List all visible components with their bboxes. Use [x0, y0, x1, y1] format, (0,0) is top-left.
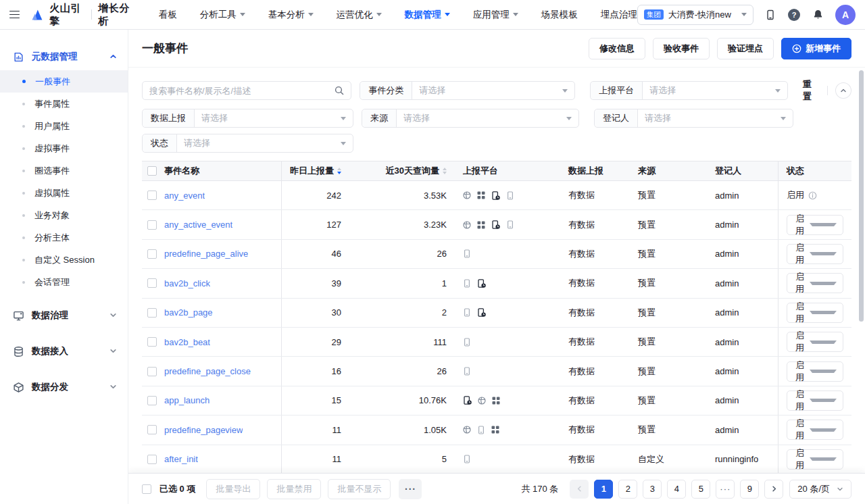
sidebar-item-custom-session[interactable]: 自定义 Session: [0, 249, 128, 271]
device-preview-icon[interactable]: [764, 9, 776, 21]
event-name-link[interactable]: any_active_event: [164, 220, 232, 230]
filter-report-platform[interactable]: 上报平台 请选择: [590, 81, 787, 100]
info-icon[interactable]: [808, 191, 817, 200]
pagination-page-1[interactable]: 1: [594, 480, 613, 499]
event-name-link[interactable]: bav2b_click: [164, 278, 210, 288]
pagination-ellipsis[interactable]: ···: [716, 480, 735, 499]
help-icon[interactable]: [788, 9, 800, 21]
add-event-button[interactable]: 新增事件: [781, 38, 851, 59]
page-size-select[interactable]: 20 条/页: [789, 480, 851, 499]
user-avatar[interactable]: A: [835, 5, 856, 25]
collapse-filters-button[interactable]: [835, 82, 851, 99]
column-header-label: 近30天查询量: [386, 165, 439, 177]
sidebar-group-header-data-governance[interactable]: 数据治理: [0, 302, 128, 329]
batch-hide-button[interactable]: 批量不显示: [328, 479, 391, 499]
modify-info-button[interactable]: 修改信息: [589, 38, 645, 59]
column-header-query30[interactable]: 近30天查询量: [349, 161, 456, 180]
pagination-page-3[interactable]: 3: [643, 480, 662, 499]
caret-down-icon: [810, 399, 837, 402]
event-name-link[interactable]: after_init: [164, 454, 198, 464]
nav-item-analysis-tools[interactable]: 分析工具: [200, 9, 245, 21]
data-report-cell: 有数据: [563, 269, 633, 297]
nav-item-data-management[interactable]: 数据管理: [405, 9, 450, 21]
status-select[interactable]: 启用: [787, 273, 843, 293]
event-name-link[interactable]: predefine_pageview: [164, 425, 243, 435]
search-input[interactable]: [149, 86, 335, 96]
notification-bell-icon[interactable]: [812, 9, 824, 21]
row-checkbox[interactable]: [147, 396, 157, 405]
pagination-prev-button[interactable]: [570, 480, 589, 499]
filter-event-category[interactable]: 事件分类 请选择: [360, 81, 575, 100]
menu-hamburger-icon[interactable]: [9, 11, 20, 19]
data-report-cell: 有数据: [563, 328, 633, 356]
status-select[interactable]: 启用: [787, 449, 843, 470]
status-select[interactable]: 启用: [787, 215, 843, 235]
mobile-platform-icon: [463, 308, 471, 317]
event-name-link[interactable]: app_launch: [164, 395, 209, 405]
status-select[interactable]: 启用: [787, 244, 843, 264]
sidebar-item-virtual-event[interactable]: 虚拟事件: [0, 137, 128, 159]
vertical-scrollbar-thumb[interactable]: [859, 70, 864, 322]
verify-tracking-button[interactable]: 验证埋点: [717, 38, 774, 59]
column-header-yesterday[interactable]: 昨日上报量: [282, 161, 349, 180]
nav-item-scene-template[interactable]: 场景模板: [541, 9, 578, 21]
filter-source[interactable]: 来源 请选择: [362, 109, 579, 128]
nav-item-app-management[interactable]: 应用管理: [473, 9, 518, 21]
status-select[interactable]: 启用: [787, 303, 843, 323]
event-name-link[interactable]: any_event: [164, 191, 205, 201]
pagination-next-button[interactable]: [764, 480, 783, 499]
row-checkbox[interactable]: [147, 191, 157, 200]
row-checkbox[interactable]: [147, 308, 157, 318]
event-name-link[interactable]: bav2b_page: [164, 307, 213, 318]
batch-disable-button[interactable]: 批量禁用: [267, 479, 321, 499]
filter-registrant[interactable]: 登记人 请选择: [594, 109, 793, 128]
bullet-icon: [22, 125, 25, 128]
nav-item-tracking-governance[interactable]: 埋点治理: [601, 9, 637, 21]
status-select[interactable]: 启用: [787, 390, 843, 411]
filter-data-report[interactable]: 数据上报 请选择: [142, 109, 353, 128]
chevron-down-icon: [109, 382, 117, 393]
sidebar-item-business-object[interactable]: 业务对象: [0, 204, 128, 226]
filter-status[interactable]: 状态 请选择: [142, 134, 353, 153]
row-checkbox[interactable]: [147, 425, 157, 434]
row-checkbox[interactable]: [147, 337, 157, 347]
browser-platform-icon: [463, 221, 471, 229]
status-select[interactable]: 启用: [787, 332, 843, 352]
sidebar-item-circle-event[interactable]: 圈选事件: [0, 159, 128, 182]
row-checkbox[interactable]: [147, 455, 157, 464]
pagination-page-2[interactable]: 2: [618, 480, 637, 499]
sidebar-item-user-attributes[interactable]: 用户属性: [0, 115, 128, 137]
reset-button[interactable]: 重置: [803, 78, 820, 103]
batch-more-button[interactable]: ···: [399, 479, 422, 499]
event-name-link[interactable]: predefine_page_close: [164, 366, 251, 376]
select-all-footer-checkbox[interactable]: [142, 484, 151, 494]
sidebar-group-header-data-distribution[interactable]: 数据分发: [0, 374, 128, 401]
workspace-select[interactable]: 集团 大消费-快消new: [637, 5, 753, 25]
row-checkbox[interactable]: [147, 249, 157, 259]
status-select[interactable]: 启用: [787, 420, 843, 440]
sidebar-item-general-event[interactable]: 一般事件: [0, 70, 128, 93]
batch-export-button[interactable]: 批量导出: [206, 479, 260, 499]
pagination-page-9[interactable]: 9: [740, 480, 759, 499]
event-name-link[interactable]: predefine_page_alive: [164, 249, 248, 259]
sidebar-item-session-management[interactable]: 会话管理: [0, 271, 128, 293]
column-header-status: 状态: [778, 161, 851, 180]
select-all-checkbox[interactable]: [147, 166, 157, 176]
status-select[interactable]: 启用: [787, 361, 843, 382]
pagination-page-5[interactable]: 5: [691, 480, 710, 499]
sidebar-item-analysis-subject[interactable]: 分析主体: [0, 226, 128, 249]
row-checkbox[interactable]: [147, 278, 157, 288]
accept-event-button[interactable]: 验收事件: [653, 38, 710, 59]
pagination-page-4[interactable]: 4: [667, 480, 686, 499]
row-checkbox[interactable]: [147, 367, 157, 376]
row-checkbox[interactable]: [147, 220, 157, 230]
sidebar-item-virtual-attributes[interactable]: 虚拟属性: [0, 182, 128, 204]
sidebar-group-header-data-access[interactable]: 数据接入: [0, 338, 128, 365]
sidebar-group-header-metadata-management[interactable]: 元数据管理: [0, 43, 128, 70]
sidebar-item-event-attributes[interactable]: 事件属性: [0, 93, 128, 115]
nav-item-basic-analysis[interactable]: 基本分析: [268, 9, 314, 21]
event-name-link[interactable]: bav2b_beat: [164, 337, 210, 347]
nav-item-dashboard[interactable]: 看板: [159, 9, 177, 21]
nav-item-operation-optimize[interactable]: 运营优化: [337, 9, 382, 21]
bullet-icon: [22, 192, 25, 195]
